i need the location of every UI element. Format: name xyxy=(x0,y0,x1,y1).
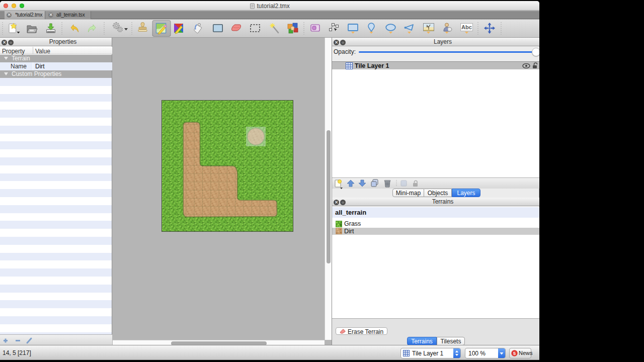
svg-text:5: 5 xyxy=(513,351,516,356)
svg-text:Abc: Abc xyxy=(461,24,472,30)
